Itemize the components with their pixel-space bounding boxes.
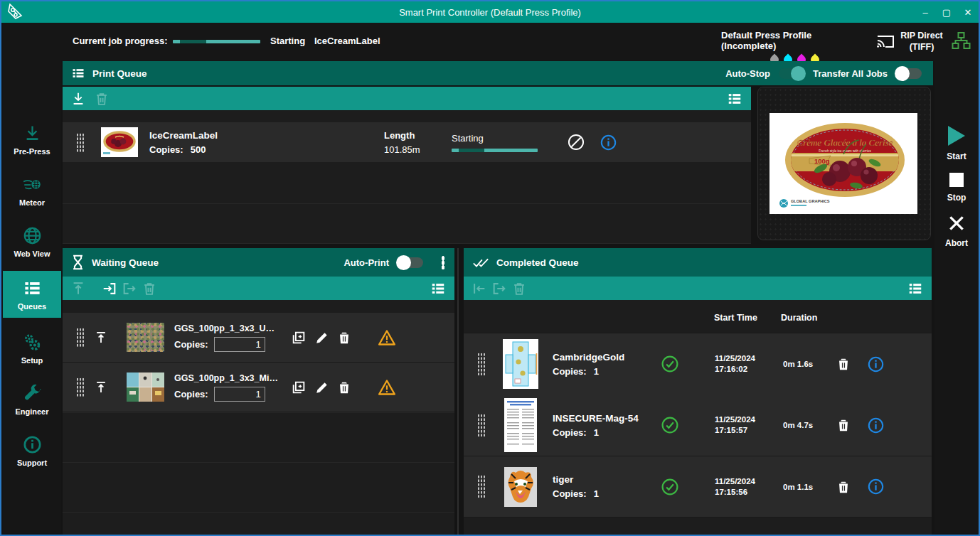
abort-button[interactable]: Abort (934, 214, 979, 248)
sidebar-item-setup[interactable]: Setup (3, 325, 61, 372)
drag-handle-icon[interactable] (477, 353, 485, 376)
app-window: Smart Print Controller (Default Press Pr… (0, 0, 980, 536)
waiting-queue-title: Waiting Queue (92, 257, 159, 268)
play-icon (948, 126, 965, 146)
duration-cell: 0m 1.1s (783, 483, 833, 491)
cast-icon (876, 33, 895, 48)
print-queue-delete-icon[interactable] (94, 91, 110, 107)
sidebar-item-label: Support (17, 459, 47, 467)
waiting-queue-toolbar (63, 277, 454, 300)
close-button[interactable]: ✕ (957, 1, 979, 23)
drag-handle-icon[interactable] (477, 475, 485, 498)
auto-stop-toggle[interactable] (779, 68, 804, 79)
svg-text:GLOBAL GRAPHICS: GLOBAL GRAPHICS (791, 199, 830, 203)
globe-icon (23, 226, 42, 245)
auto-stop-label: Auto-Stop (725, 68, 770, 79)
auto-print-label: Auto-Print (343, 257, 389, 268)
drag-handle-icon[interactable] (477, 414, 485, 437)
press-profile-label: Default Press Profile (Incomplete) (721, 30, 868, 51)
delete-job-icon[interactable] (836, 417, 851, 433)
transfer-all-jobs-toggle[interactable] (896, 68, 922, 79)
job-progress-bar (173, 40, 260, 43)
completed-queue-row[interactable]: CambridgeGold Copies:1 11/25/2024 17:16:… (464, 333, 932, 395)
delete-job-icon[interactable] (336, 330, 352, 345)
completed-delete-icon[interactable] (511, 281, 527, 296)
print-queue-download-icon[interactable] (70, 91, 86, 107)
auto-print-toggle[interactable] (398, 257, 423, 268)
completed-queue-toolbar (464, 277, 932, 300)
job-thumbnail (504, 467, 537, 507)
export-job-icon[interactable] (491, 281, 507, 296)
delete-job-icon[interactable] (836, 356, 851, 372)
completed-view-icon[interactable] (907, 281, 923, 296)
import-job-icon[interactable] (102, 281, 117, 296)
edit-job-icon[interactable] (314, 380, 330, 395)
copies-label: Copies: (174, 389, 208, 400)
drag-handle-icon[interactable] (76, 377, 84, 397)
waiting-view-icon[interactable] (430, 281, 446, 296)
delete-job-icon[interactable] (336, 380, 352, 395)
job-info-icon[interactable] (867, 355, 885, 373)
stop-icon (949, 173, 964, 187)
waiting-queue-row[interactable]: GGS_100pp_1_3x3_Mi… Copies: (63, 363, 454, 412)
job-info-icon[interactable] (867, 417, 885, 434)
cancel-job-icon[interactable] (567, 133, 585, 151)
sidebar-item-engineer[interactable]: Engineer (3, 376, 61, 423)
job-thumbnail (503, 339, 538, 389)
export-job-icon[interactable] (122, 281, 137, 296)
print-queue-view-icon[interactable] (727, 91, 742, 107)
start-time-cell: 11/25/2024 17:15:57 (715, 414, 772, 436)
duplicate-job-icon[interactable] (291, 380, 307, 395)
copies-input[interactable] (214, 337, 265, 352)
warning-icon[interactable] (378, 378, 396, 397)
job-progress-jobname: IceCreamLabel (314, 36, 380, 46)
warning-icon[interactable] (378, 328, 396, 347)
meteor-icon (23, 175, 42, 194)
wrench-icon (23, 384, 42, 403)
waiting-delete-icon[interactable] (142, 281, 157, 296)
maximize-button[interactable]: ▢ (936, 1, 957, 23)
move-to-first-icon[interactable] (472, 281, 487, 296)
completed-queue-row[interactable]: INSECURE-Mag-54 Copies:1 11/25/2024 17:1… (464, 395, 932, 456)
sidebar: Pre-Press Meteor (3, 60, 61, 533)
title-bar: Smart Print Controller (Default Press Pr… (1, 1, 979, 23)
transfer-all-jobs-label: Transfer All Jobs (813, 68, 888, 79)
print-queue-row[interactable]: IceCreamLabel Copies:500 Length 101.85m … (63, 122, 751, 162)
edit-job-icon[interactable] (314, 330, 330, 345)
minimize-button[interactable]: – (915, 1, 936, 23)
job-progress-label: Current job progress: (73, 36, 168, 46)
job-length-value: 101.85m (384, 144, 452, 155)
abort-x-icon (947, 214, 966, 232)
drag-handle-icon[interactable] (76, 133, 84, 152)
start-button[interactable]: Start (934, 126, 979, 161)
sidebar-item-meteor[interactable]: Meteor (3, 167, 61, 214)
duration-cell: 0m 1.6s (783, 360, 833, 368)
job-copies: Copies:1 (553, 488, 644, 499)
pin-to-top-icon[interactable] (94, 331, 108, 345)
rip-mode-line2: (TIFF) (910, 41, 934, 53)
job-thumbnail (127, 323, 164, 352)
queue-splitter[interactable] (457, 248, 459, 536)
waiting-queue-row[interactable]: GGS_100pp_1_3x3_U… Copies: (63, 313, 454, 363)
sidebar-item-queues[interactable]: Queues (3, 271, 61, 318)
completed-queue-row[interactable]: tiger Copies:1 11/25/2024 17:15:56 0m 1.… (464, 456, 932, 518)
copies-input[interactable] (214, 387, 265, 402)
job-name: IceCreamLabel (149, 130, 384, 141)
duplicate-job-icon[interactable] (291, 330, 307, 345)
drag-handle-icon[interactable] (76, 328, 84, 347)
stop-button[interactable]: Stop (934, 173, 979, 203)
network-status-icon (952, 31, 971, 50)
status-bar: Current job progress: Starting IceCreamL… (3, 23, 977, 60)
pin-to-top-icon[interactable] (94, 380, 108, 395)
duration-column-header: Duration (781, 313, 817, 323)
waiting-queue-menu-icon[interactable] (442, 256, 444, 269)
job-thumbnail (504, 398, 537, 452)
sidebar-item-support[interactable]: Support (3, 427, 61, 474)
job-copies: Copies:1 (553, 366, 644, 377)
delete-job-icon[interactable] (836, 479, 851, 495)
job-info-icon[interactable] (600, 134, 617, 151)
move-to-top-icon[interactable] (70, 281, 86, 296)
job-info-icon[interactable] (867, 478, 885, 495)
sidebar-item-pre-press[interactable]: Pre-Press (3, 116, 61, 163)
sidebar-item-web-view[interactable]: Web View (3, 218, 61, 265)
